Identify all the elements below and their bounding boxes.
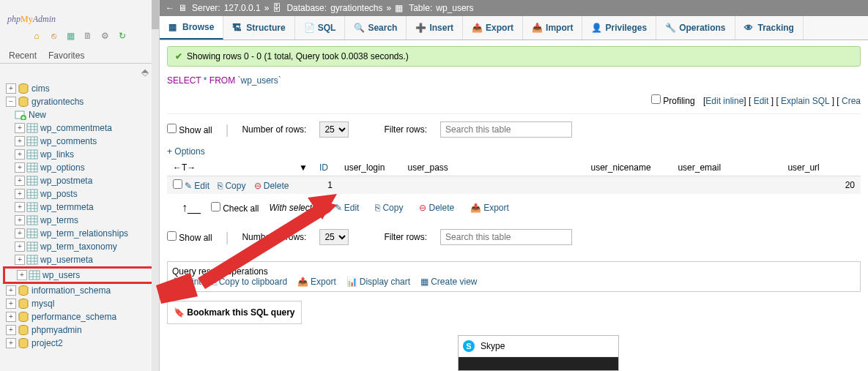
col-user_email[interactable]: user_email [672,160,782,176]
expand-icon[interactable]: + [6,325,16,335]
create-view-link[interactable]: ▦Create view [420,277,477,287]
table-wp_posts[interactable]: +wp_posts [3,187,156,201]
expand-icon[interactable]: + [6,83,16,94]
table-wp_comments[interactable]: +wp_comments [3,135,156,148]
logo[interactable]: phpMyAdmin [0,0,159,28]
expand-icon[interactable]: + [15,255,25,265]
sql-icon[interactable]: ▦ [65,31,77,42]
tab-sql[interactable]: 📄SQL [295,16,346,40]
chart-link[interactable]: 📊Display chart [346,277,410,287]
filter-input[interactable] [440,121,572,138]
expand-icon[interactable]: + [15,215,25,225]
tab-favorites[interactable]: Favorites [42,48,90,63]
profiling-checkbox[interactable]: Profiling [651,96,695,106]
export-link[interactable]: 📤Export [297,277,336,287]
exit-icon[interactable]: ⎋ [48,31,59,42]
reload-icon[interactable]: ↻ [116,31,128,42]
table-wp_postmeta[interactable]: +wp_postmeta [3,174,156,187]
cell-user_url[interactable] [782,176,834,195]
create-code-link[interactable]: Crea [842,96,861,106]
cell-user_email[interactable] [672,176,782,195]
bulk-delete[interactable]: ⊖Delete [419,203,454,213]
db-project2[interactable]: +project2 [3,337,156,350]
tab-structure[interactable]: 🏗Structure [223,16,294,40]
col-id[interactable]: ID [314,160,338,176]
collapse-icon[interactable]: − [6,97,16,107]
expand-icon[interactable]: + [15,162,25,173]
bookmark-box[interactable]: 🔖 Bookmark this SQL query [167,301,302,324]
skype-popup[interactable]: S Skype [458,335,619,371]
table-wp_users[interactable]: +wp_users [7,269,152,282]
col-user_url[interactable]: user_url [782,160,834,176]
home-icon[interactable]: ⌂ [31,31,42,42]
sidebar-scrollbar[interactable] [152,0,159,371]
show-all-checkbox[interactable]: Show all [167,124,212,135]
nav-left-icon[interactable]: ← [166,3,174,13]
expand-icon[interactable]: + [15,241,25,252]
row-copy[interactable]: ⎘Copy [218,181,245,191]
options-link[interactable]: + Options [167,145,205,158]
show-all-checkbox-2[interactable]: Show all [167,231,212,243]
sort-arrows-icon[interactable]: ←T→ [173,162,196,173]
row-delete[interactable]: ⊖Delete [254,181,289,191]
expand-icon[interactable]: + [15,176,25,186]
rows-select[interactable]: 25 [319,121,349,138]
db-cims[interactable]: + cims [3,82,156,95]
settings-icon[interactable]: ⚙ [100,31,111,42]
expand-icon[interactable]: + [17,270,27,280]
db-information_schema[interactable]: +information_schema [3,284,156,297]
expand-icon[interactable]: + [15,189,25,199]
table-wp_termmeta[interactable]: +wp_termmeta [3,201,156,214]
docs-icon[interactable]: 🗎 [82,31,94,42]
tab-operations[interactable]: 🔧Operations [656,16,735,40]
breadcrumb-server[interactable]: 127.0.0.1 [224,3,261,13]
bulk-edit[interactable]: ✎Edit [335,203,360,213]
check-all[interactable]: Check all [211,202,259,214]
cell-id[interactable]: 1 [314,176,338,195]
tab-export[interactable]: 📤Export [463,16,523,40]
link-icon[interactable]: ⬘ [141,67,149,78]
tab-tracking[interactable]: 👁Tracking [735,16,804,40]
print-link[interactable]: 🖶Print [172,277,201,287]
expand-icon[interactable]: + [15,136,25,146]
breadcrumb-table[interactable]: wp_users [436,3,473,13]
new-table[interactable]: New [3,108,156,121]
expand-icon[interactable]: + [15,149,25,160]
bulk-copy[interactable]: ⎘Copy [375,203,403,213]
table-wp_options[interactable]: +wp_options [3,161,156,174]
rows-select-2[interactable]: 25 [319,229,349,245]
expand-icon[interactable]: + [15,123,25,133]
tab-privileges[interactable]: 👤Privileges [582,16,656,40]
tab-recent[interactable]: Recent [3,48,42,63]
cell-user_login[interactable] [338,176,402,195]
table-wp_usermeta[interactable]: +wp_usermeta [3,253,156,266]
db-phpmyadmin[interactable]: +phpmyadmin [3,323,156,337]
cell-user_nicename[interactable] [585,176,672,195]
expand-icon[interactable]: + [15,228,25,239]
col-user_pass[interactable]: user_pass [402,160,585,176]
breadcrumb-db[interactable]: gyrationtechs [330,3,382,13]
table-wp_commentmeta[interactable]: +wp_commentmeta [3,121,156,135]
expand-icon[interactable]: + [15,202,25,212]
col-user_login[interactable]: user_login [338,160,402,176]
filter-input-2[interactable] [440,229,572,245]
copy-clipboard-link[interactable]: ⎘Copy to clipboard [212,277,287,287]
table-wp_term_relationships[interactable]: +wp_term_relationships [3,227,156,240]
row-checkbox[interactable] [173,179,182,189]
table-wp_links[interactable]: +wp_links [3,148,156,161]
expand-icon[interactable]: + [6,338,16,348]
expand-icon[interactable]: + [6,312,16,322]
explain-link[interactable]: Explain SQL [781,96,829,106]
cell-user_pass[interactable] [402,176,585,195]
db-mysql[interactable]: +mysql [3,297,156,310]
tab-insert[interactable]: ➕Insert [407,16,463,40]
db-performance_schema[interactable]: +performance_schema [3,310,156,323]
bulk-export[interactable]: 📤Export [470,203,509,213]
edit-link[interactable]: Edit [754,96,769,106]
col-user_nicename[interactable]: user_nicename [585,160,672,176]
tab-import[interactable]: 📥Import [523,16,582,40]
table-wp_terms[interactable]: +wp_terms [3,214,156,227]
row-edit[interactable]: ✎Edit [185,181,209,191]
edit-inline-link[interactable]: Edit inline [705,96,743,106]
table-wp_term_taxonomy[interactable]: +wp_term_taxonomy [3,240,156,253]
